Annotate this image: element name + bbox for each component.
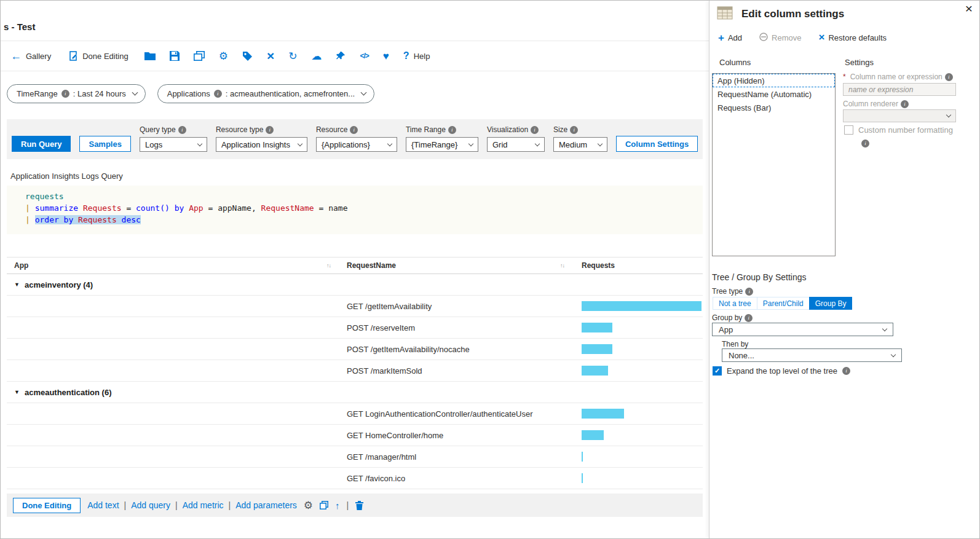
column-list-item[interactable]: Requests (Bar) xyxy=(713,101,835,114)
column-list-item[interactable]: RequestName (Automatic) xyxy=(713,87,835,101)
request-name-cell: GET /manager/html xyxy=(336,452,569,462)
move-up-icon[interactable]: ↑ xyxy=(335,501,340,510)
refresh-icon[interactable]: ↻ xyxy=(288,51,297,61)
code-view-icon[interactable]: </> xyxy=(360,52,368,60)
column-name-input[interactable] xyxy=(843,83,956,96)
code-line[interactable]: requests xyxy=(25,191,703,202)
delete-trash-icon[interactable] xyxy=(355,501,363,510)
resource-label: Resource xyxy=(316,125,347,134)
timerange-parameter-pill[interactable]: TimeRange i : Last 24 hours xyxy=(7,84,146,103)
column-header-app[interactable]: App ↑↓ xyxy=(7,261,336,270)
panel-close-icon[interactable]: × xyxy=(965,2,973,15)
code-line[interactable]: | order by Requests desc xyxy=(25,214,703,226)
plus-icon: + xyxy=(718,33,724,43)
column-renderer-select[interactable] xyxy=(843,109,956,122)
resource-select[interactable]: {Applications} xyxy=(316,137,397,152)
remove-column-button[interactable]: Remove xyxy=(759,33,801,43)
pin-icon[interactable] xyxy=(336,51,346,61)
group-name: acmeauthentication (6) xyxy=(25,388,112,397)
collapse-caret-icon[interactable]: ▼ xyxy=(14,389,20,395)
table-row[interactable]: GET LoginAuthenticationController/authen… xyxy=(7,403,703,425)
done-editing-button[interactable]: Done Editing xyxy=(13,498,81,513)
footer-link[interactable]: Add text xyxy=(87,500,119,510)
chevron-down-icon xyxy=(132,90,138,96)
footer-link[interactable]: Add metric xyxy=(183,500,224,510)
info-icon: i xyxy=(745,314,753,322)
chevron-down-icon xyxy=(298,141,302,146)
custom-number-formatting-checkbox[interactable]: Custom number formatting xyxy=(844,125,953,135)
item-settings-gear-icon[interactable]: ⚙ xyxy=(304,500,313,511)
tree-type-option[interactable]: Parent/Child xyxy=(757,297,809,310)
add-column-button[interactable]: + Add xyxy=(718,33,742,43)
samples-button[interactable]: Samples xyxy=(79,136,130,152)
restore-defaults-button[interactable]: × Restore defaults xyxy=(819,33,887,42)
save-as-icon[interactable] xyxy=(194,51,205,61)
column-renderer-label: Column renderer i xyxy=(843,100,909,108)
help-button[interactable]: ? Help xyxy=(403,51,430,61)
panel-title: Edit column settings xyxy=(741,8,844,20)
table-row[interactable]: POST /markItemSold xyxy=(7,360,703,382)
query-type-field: Query type i Logs xyxy=(140,125,207,152)
size-field: Size i Medium xyxy=(553,125,607,152)
visualization-select[interactable]: Grid xyxy=(487,137,545,152)
query-code[interactable]: requests| summarize Requests = count() b… xyxy=(7,186,703,234)
columns-listbox[interactable]: App (Hidden)RequestName (Automatic)Reque… xyxy=(712,73,836,256)
time-range-select[interactable]: {TimeRange} xyxy=(406,137,478,152)
grid-header: App ↑↓ RequestName ↑↓ Requests xyxy=(7,257,703,274)
sort-icons[interactable]: ↑↓ xyxy=(560,262,564,269)
column-list-item[interactable]: App (Hidden) xyxy=(713,74,835,87)
resource-field: Resource i {Applications} xyxy=(316,125,397,152)
then-by-select[interactable]: None... xyxy=(722,348,902,362)
applications-parameter-pill[interactable]: Applications i : acmeauthentication, acm… xyxy=(157,84,374,103)
tree-type-option[interactable]: Not a tree xyxy=(713,297,757,310)
save-icon[interactable] xyxy=(170,51,180,61)
group-row[interactable]: ▼acmeauthentication (6) xyxy=(7,382,703,403)
done-editing-command[interactable]: Done Editing xyxy=(69,51,128,61)
folder-icon[interactable] xyxy=(144,52,156,61)
cloud-upload-icon[interactable]: ☁ xyxy=(311,51,322,61)
request-name-cell: POST /getItemAvailability/nocache xyxy=(336,345,569,354)
clone-icon[interactable] xyxy=(320,501,328,509)
table-row[interactable]: GET /manager/html xyxy=(7,446,703,468)
group-by-select[interactable]: App xyxy=(712,323,893,336)
info-icon: i xyxy=(350,126,358,134)
size-select[interactable]: Medium xyxy=(553,137,607,152)
query-type-label: Query type xyxy=(140,125,176,134)
tree-type-option[interactable]: Group By xyxy=(809,297,853,310)
column-header-requests[interactable]: Requests xyxy=(569,261,703,270)
expand-top-level-checkbox[interactable]: ✓ Expand the top level of the tree i xyxy=(713,366,850,376)
separator: | xyxy=(124,500,127,510)
applications-value: : acmeauthentication, acmefronten... xyxy=(226,89,355,98)
query-type-select[interactable]: Logs xyxy=(140,137,207,152)
settings-gear-icon[interactable]: ⚙ xyxy=(219,51,228,61)
resource-type-select[interactable]: Application Insights xyxy=(216,137,307,152)
time-range-label: Time Range xyxy=(406,125,446,134)
footer-link[interactable]: Add parameters xyxy=(235,500,297,510)
gallery-button[interactable]: ← Gallery xyxy=(10,50,51,61)
request-count-bar xyxy=(582,409,624,419)
request-name-cell: GET /favicon.ico xyxy=(336,474,569,483)
table-row[interactable]: GET /favicon.ico xyxy=(7,468,703,489)
table-row[interactable]: GET HomeController/home xyxy=(7,425,703,446)
favorite-heart-icon[interactable]: ♥ xyxy=(383,51,389,61)
tag-icon[interactable] xyxy=(242,51,253,61)
footer-link[interactable]: Add query xyxy=(131,500,170,510)
column-settings-button[interactable]: Column Settings xyxy=(616,136,698,152)
run-query-button[interactable]: Run Query xyxy=(12,136,71,152)
group-by-label: Group by i xyxy=(712,313,753,322)
sort-icons[interactable]: ↑↓ xyxy=(326,262,331,269)
collapse-caret-icon[interactable]: ▼ xyxy=(14,281,20,288)
table-row[interactable]: POST /getItemAvailability/nocache xyxy=(7,339,703,360)
checkbox-checked: ✓ xyxy=(713,366,722,376)
required-asterisk: * xyxy=(843,73,846,81)
info-icon: i xyxy=(861,140,869,148)
column-header-requestname[interactable]: RequestName ↑↓ xyxy=(336,261,569,270)
info-icon: i xyxy=(178,126,186,134)
chevron-down-icon xyxy=(598,141,603,146)
table-row[interactable]: GET /getItemAvailability xyxy=(7,296,703,317)
checkbox-unchecked xyxy=(844,125,853,135)
code-line[interactable]: | summarize Requests = count() by App = … xyxy=(25,202,703,214)
close-workbook-icon[interactable]: × xyxy=(267,49,274,62)
group-row[interactable]: ▼acmeinventory (4) xyxy=(7,274,703,296)
table-row[interactable]: POST /reserveItem xyxy=(7,317,703,339)
